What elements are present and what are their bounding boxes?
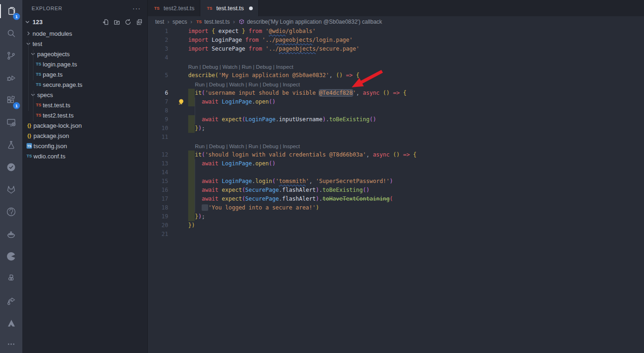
- codelens-actions[interactable]: Run | Debug | Watch | Run | Debug | Insp…: [188, 142, 300, 151]
- tree-item-wdio.conf.ts[interactable]: TSwdio.conf.ts: [22, 151, 147, 161]
- activity-remote-explorer-icon[interactable]: [0, 111, 22, 134]
- new-folder-icon[interactable]: [113, 19, 120, 26]
- line-number[interactable]: 20: [148, 221, 168, 230]
- code-content[interactable]: import SecurePage from '../pageobjects/s…: [188, 45, 644, 53]
- explorer-more-actions-icon[interactable]: ···: [132, 4, 141, 12]
- line-number[interactable]: 5: [148, 71, 168, 80]
- tree-item-test[interactable]: test: [22, 39, 147, 49]
- code-content[interactable]: it('username input should be visible @Te…: [188, 89, 644, 98]
- code-line-7[interactable]: 7 await LoginPage.open(): [148, 98, 644, 106]
- code-content[interactable]: await expect(SecurePage.flashAlert).toHa…: [188, 195, 644, 203]
- line-number[interactable]: 10: [148, 124, 168, 133]
- activity-github-icon[interactable]: [0, 201, 22, 223]
- line-number[interactable]: 4: [148, 53, 168, 62]
- activity-figma-icon[interactable]: [0, 268, 22, 290]
- code-content[interactable]: [188, 168, 644, 177]
- code-content[interactable]: [188, 106, 644, 115]
- breadcrumb-item-2[interactable]: specs: [172, 19, 187, 25]
- code-line-12[interactable]: 12 it('should login with valid credentia…: [148, 150, 644, 159]
- code-line-14[interactable]: 14: [148, 168, 644, 177]
- codelens-actions[interactable]: Run | Debug | Watch | Run | Debug | Insp…: [188, 63, 293, 72]
- line-number[interactable]: 8: [148, 106, 168, 115]
- line-number[interactable]: 16: [148, 186, 168, 195]
- code-line-11[interactable]: 11: [148, 133, 644, 142]
- code-content[interactable]: await expect(LoginPage.inputUsername).to…: [188, 115, 644, 124]
- code-line-19[interactable]: 19 });: [148, 212, 644, 221]
- code-content[interactable]: }): [188, 221, 644, 230]
- code-line-9[interactable]: 9 await expect(LoginPage.inputUsername).…: [148, 115, 644, 124]
- tree-item-page.ts[interactable]: TSpage.ts: [22, 69, 147, 79]
- line-number[interactable]: 17: [148, 195, 168, 203]
- code-line-15[interactable]: 15 await LoginPage.login('tomsmith', 'Su…: [148, 177, 644, 186]
- line-number[interactable]: 7: [148, 98, 168, 106]
- code-line-2[interactable]: 2import LoginPage from '../pageobjects/l…: [148, 36, 644, 45]
- tab-test2.test.ts[interactable]: TStest2.test.ts: [148, 0, 200, 16]
- code-content[interactable]: await LoginPage.open(): [188, 98, 644, 106]
- activity-azure-icon[interactable]: [0, 312, 22, 334]
- code-line-8[interactable]: 8: [148, 106, 644, 115]
- code-content[interactable]: describe('My Login application @Sb0ae083…: [188, 71, 644, 80]
- code-editor[interactable]: 1import { expect } from '@wdio/globals'2…: [148, 27, 644, 353]
- activity-source-control-icon[interactable]: [0, 45, 22, 67]
- tree-item-login.page.ts[interactable]: TSlogin.page.ts: [22, 59, 147, 69]
- quick-fix-lightbulb-icon[interactable]: [168, 98, 188, 106]
- code-content[interactable]: [188, 53, 644, 62]
- code-line-21[interactable]: 21: [148, 230, 644, 239]
- activity-search-icon[interactable]: [0, 22, 22, 45]
- tree-item-specs[interactable]: specs: [22, 90, 147, 100]
- line-number[interactable]: 12: [148, 150, 168, 159]
- activity-explorer-icon[interactable]: 1: [0, 0, 22, 22]
- line-number[interactable]: 9: [148, 115, 168, 124]
- code-content[interactable]: import LoginPage from '../pageobjects/lo…: [188, 36, 644, 45]
- activity-check-circle-icon[interactable]: [0, 156, 22, 178]
- activity-test-beaker-icon[interactable]: [0, 134, 22, 156]
- code-content[interactable]: import { expect } from '@wdio/globals': [188, 27, 644, 36]
- line-number[interactable]: 21: [148, 230, 168, 239]
- activity-extensions-icon[interactable]: 1: [0, 89, 22, 111]
- code-content[interactable]: });: [188, 212, 644, 221]
- line-number[interactable]: 19: [148, 212, 168, 221]
- code-content[interactable]: await LoginPage.open(): [188, 159, 644, 168]
- line-number[interactable]: 14: [148, 168, 168, 177]
- code-content[interactable]: await LoginPage.login('tomsmith', 'Super…: [188, 177, 644, 186]
- code-line-20[interactable]: 20}): [148, 221, 644, 230]
- tree-item-package.json[interactable]: {}package.json: [22, 131, 147, 141]
- code-content[interactable]: [188, 230, 644, 239]
- code-line-17[interactable]: 17 await expect(SecurePage.flashAlert).t…: [148, 195, 644, 203]
- refresh-icon[interactable]: [125, 19, 131, 26]
- workspace-section-header[interactable]: 123: [22, 16, 147, 27]
- line-number[interactable]: 2: [148, 36, 168, 45]
- line-number[interactable]: 1: [148, 27, 168, 36]
- activity-share-icon[interactable]: [0, 290, 22, 312]
- code-line-10[interactable]: 10 });: [148, 124, 644, 133]
- tree-item-test2.test.ts[interactable]: TStest2.test.ts: [22, 110, 147, 120]
- activity-gitlab-icon[interactable]: [0, 178, 22, 201]
- tab-test.test.ts[interactable]: TStest.test.ts: [200, 0, 258, 16]
- line-number[interactable]: 18: [148, 203, 168, 212]
- tree-item-package-lock.json[interactable]: {}package-lock.json: [22, 120, 147, 131]
- activity-more-actions-icon[interactable]: [0, 335, 22, 353]
- breadcrumb-item-3[interactable]: TStest.test.ts: [196, 19, 230, 25]
- code-line-5[interactable]: 5describe('My Login application @Sb0ae08…: [148, 71, 644, 80]
- code-content[interactable]: });: [188, 124, 644, 133]
- modified-dot-icon[interactable]: [249, 7, 253, 10]
- activity-pie-circle-icon[interactable]: [0, 245, 22, 268]
- code-line-4[interactable]: 4: [148, 53, 644, 62]
- line-number[interactable]: 6: [148, 89, 168, 98]
- codelens-actions[interactable]: Run | Debug | Watch | Run | Debug | Insp…: [188, 80, 300, 89]
- tree-item-node_modules[interactable]: node_modules: [22, 28, 147, 39]
- code-line-18[interactable]: 18 'You logged into a secure area!'): [148, 203, 644, 212]
- collapse-all-icon[interactable]: [136, 19, 143, 26]
- new-file-icon[interactable]: [102, 19, 109, 26]
- code-line-6[interactable]: 6 it('username input should be visible @…: [148, 89, 644, 98]
- code-line-16[interactable]: 16 await expect(SecurePage.flashAlert).t…: [148, 186, 644, 195]
- code-content[interactable]: [188, 133, 644, 142]
- line-number[interactable]: 15: [148, 177, 168, 186]
- activity-run-debug-icon[interactable]: [0, 67, 22, 89]
- code-content[interactable]: it('should login with valid credentials …: [188, 150, 644, 159]
- tree-item-pageobjects[interactable]: pageobjects: [22, 49, 147, 59]
- code-content[interactable]: 'You logged into a secure area!'): [188, 203, 644, 212]
- breadcrumb-item-4[interactable]: describe('My Login application @Sb0ae083…: [238, 19, 382, 25]
- tree-item-tsconfig.json[interactable]: TStsconfig.json: [22, 141, 147, 151]
- code-line-1[interactable]: 1import { expect } from '@wdio/globals': [148, 27, 644, 36]
